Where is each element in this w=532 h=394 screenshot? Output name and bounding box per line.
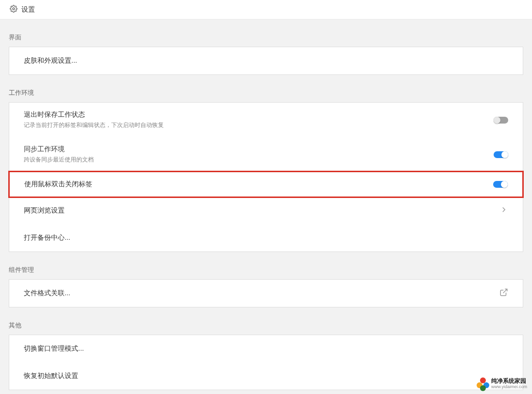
- section-label-interface: 界面: [9, 33, 523, 42]
- card-components: 文件格式关联...: [9, 279, 523, 307]
- page-title: 设置: [21, 5, 35, 14]
- watermark-url: www.yidaimei.com: [491, 385, 527, 390]
- row-file-format-association[interactable]: 文件格式关联...: [9, 280, 523, 307]
- card-interface: 皮肤和外观设置...: [9, 47, 523, 75]
- watermark-logo-icon: [477, 377, 489, 390]
- settings-content: 界面 皮肤和外观设置... 工作环境 退出时保存工作状态 记录当前打开的标签和编…: [0, 33, 532, 390]
- watermark: 纯净系统家园 www.yidaimei.com: [477, 377, 527, 390]
- row-subtitle: 跨设备同步最近使用的文档: [24, 156, 94, 164]
- row-title: 切换窗口管理模式...: [24, 344, 84, 353]
- chevron-right-icon: [499, 205, 508, 216]
- section-label-workspace: 工作环境: [9, 89, 523, 97]
- row-subtitle: 记录当前打开的标签和编辑状态，下次启动时自动恢复: [24, 121, 164, 129]
- row-save-on-exit: 退出时保存工作状态 记录当前打开的标签和编辑状态，下次启动时自动恢复: [9, 103, 523, 137]
- svg-point-0: [13, 8, 15, 10]
- row-title: 文件格式关联...: [24, 289, 70, 298]
- row-title: 同步工作环境: [24, 145, 94, 154]
- card-workspace: 退出时保存工作状态 记录当前打开的标签和编辑状态，下次启动时自动恢复 同步工作环…: [9, 102, 523, 252]
- watermark-text: 纯净系统家园 www.yidaimei.com: [491, 378, 527, 389]
- toggle-save-on-exit[interactable]: [494, 117, 508, 124]
- row-title: 皮肤和外观设置...: [24, 56, 77, 65]
- external-link-icon: [499, 288, 508, 299]
- row-restore-defaults[interactable]: 恢复初始默认设置: [9, 362, 523, 390]
- section-label-components: 组件管理: [9, 266, 523, 274]
- row-skin-appearance[interactable]: 皮肤和外观设置...: [9, 47, 523, 74]
- row-open-backup-center[interactable]: 打开备份中心...: [9, 224, 523, 251]
- page-header: 设置: [0, 0, 532, 19]
- toggle-sync-workspace[interactable]: [494, 151, 508, 158]
- row-title: 网页浏览设置: [24, 206, 65, 215]
- toggle-double-click-close-tab[interactable]: [493, 181, 508, 188]
- row-web-browse-settings[interactable]: 网页浏览设置: [9, 197, 523, 224]
- row-switch-window-mode[interactable]: 切换窗口管理模式...: [9, 335, 523, 362]
- row-title: 使用鼠标双击关闭标签: [24, 180, 92, 189]
- section-label-other: 其他: [9, 321, 523, 330]
- row-double-click-close-tab: 使用鼠标双击关闭标签: [8, 171, 524, 198]
- gear-icon: [10, 5, 17, 15]
- svg-line-1: [503, 289, 507, 293]
- row-title: 恢复初始默认设置: [24, 372, 78, 380]
- card-other: 切换窗口管理模式... 恢复初始默认设置: [9, 335, 523, 390]
- row-title: 打开备份中心...: [24, 233, 70, 242]
- row-title: 退出时保存工作状态: [24, 110, 164, 119]
- watermark-title: 纯净系统家园: [491, 378, 527, 384]
- row-sync-workspace: 同步工作环境 跨设备同步最近使用的文档: [9, 137, 523, 172]
